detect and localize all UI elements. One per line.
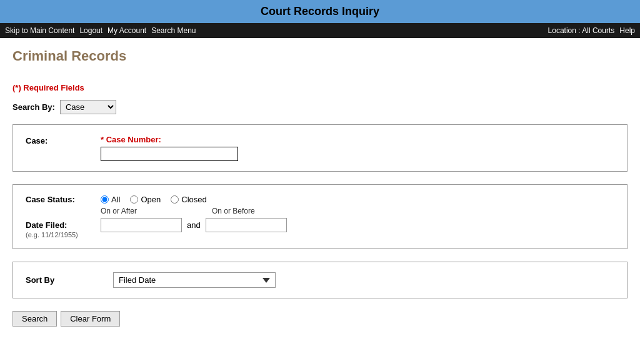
radio-all-input[interactable]	[101, 195, 109, 204]
search-button[interactable]: Search	[12, 311, 57, 327]
sort-section-box: Sort By Filed Date Case Number Name Stat…	[12, 262, 628, 298]
on-or-after-label: On or After	[101, 207, 182, 215]
clear-form-button[interactable]: Clear Form	[61, 311, 120, 327]
radio-closed-input[interactable]	[171, 195, 179, 204]
date-filed-after-input[interactable]	[101, 218, 182, 232]
date-filed-label: Date Filed:	[26, 220, 88, 230]
sort-section: Sort By Filed Date Case Number Name Stat…	[26, 272, 614, 288]
case-section-box: Case: * Case Number:	[12, 124, 628, 172]
date-filed-section: Date Filed: (e.g. 11/12/1955) On or Afte…	[26, 207, 614, 239]
page-heading: Criminal Records	[12, 48, 628, 64]
radio-open-label: Open	[141, 195, 161, 204]
radio-all-option[interactable]: All	[101, 195, 120, 204]
radio-open-option[interactable]: Open	[130, 195, 161, 204]
help-link[interactable]: Help	[619, 26, 635, 35]
search-by-row: Search By: Case Name Citation Attorney	[12, 100, 628, 114]
search-by-select[interactable]: Case Name Citation Attorney	[60, 100, 116, 114]
case-label: Case:	[26, 135, 76, 145]
case-number-input[interactable]	[101, 147, 238, 161]
nav-links: Skip to Main Content Logout My Account S…	[5, 26, 199, 35]
header-bar: Court Records Inquiry	[0, 0, 640, 23]
radio-all-label: All	[111, 195, 120, 204]
case-number-group: * Case Number:	[101, 135, 238, 161]
logout-link[interactable]: Logout	[79, 26, 102, 35]
status-row: Case Status: All Open Closed	[26, 195, 614, 204]
case-section: Case: * Case Number:	[26, 135, 614, 161]
page-title: Court Records Inquiry	[261, 5, 379, 17]
skip-to-main-link[interactable]: Skip to Main Content	[5, 26, 74, 35]
radio-closed-label: Closed	[181, 195, 206, 204]
required-fields-label: (*) Required Fields	[12, 83, 628, 92]
on-or-before-label: On or Before	[212, 207, 255, 215]
date-filed-before-input[interactable]	[206, 218, 287, 232]
and-text: and	[187, 220, 201, 230]
my-account-link[interactable]: My Account	[108, 26, 146, 35]
search-menu-link[interactable]: Search Menu	[151, 26, 196, 35]
radio-closed-option[interactable]: Closed	[171, 195, 206, 204]
sort-select[interactable]: Filed Date Case Number Name Status	[113, 272, 276, 288]
case-status-label: Case Status:	[26, 195, 88, 204]
radio-open-input[interactable]	[130, 195, 138, 204]
status-section-box: Case Status: All Open Closed Dat	[12, 184, 628, 249]
date-example: (e.g. 11/12/1955)	[26, 231, 88, 239]
buttons-row: Search Clear Form	[12, 311, 628, 327]
radio-group: All Open Closed	[101, 195, 207, 204]
search-by-label: Search By:	[12, 102, 55, 112]
location-text: Location : All Courts	[548, 26, 615, 35]
nav-right: Location : All Courts Help	[548, 26, 635, 35]
case-number-label: * Case Number:	[101, 135, 238, 144]
page-content: Criminal Records (*) Required Fields Sea…	[0, 38, 640, 337]
sort-label: Sort By	[26, 275, 101, 285]
nav-bar: Skip to Main Content Logout My Account S…	[0, 23, 640, 38]
